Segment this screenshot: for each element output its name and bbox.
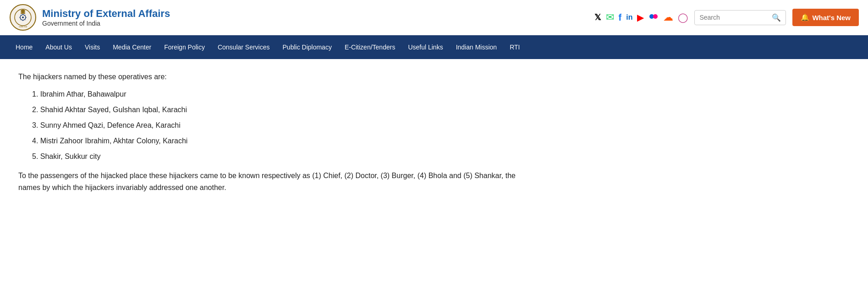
social-icons-group: 𝕏 ✉ f in ▶ ☁ ◯ — [594, 11, 688, 24]
site-title: Ministry of External Affairs — [42, 8, 170, 20]
nav-item-home[interactable]: Home — [9, 35, 39, 59]
list-item: 4. Mistri Zahoor Ibrahim, Akhtar Colony,… — [32, 137, 532, 145]
whats-new-button[interactable]: 🔔 What's New — [792, 9, 859, 26]
nav-item-foreign-policy[interactable]: Foreign Policy — [158, 35, 211, 59]
nav-item-public-diplomacy[interactable]: Public Diplomacy — [276, 35, 338, 59]
bell-icon: 🔔 — [801, 13, 809, 22]
flickr-icon[interactable] — [648, 11, 659, 24]
nav-item-indian-mission[interactable]: Indian Mission — [450, 35, 504, 59]
soundcloud-icon[interactable]: ☁ — [663, 11, 673, 23]
youtube-icon[interactable]: ▶ — [637, 12, 644, 23]
header-title-block: Ministry of External Affairs Government … — [42, 8, 170, 27]
linkedin-icon[interactable]: in — [626, 13, 632, 22]
nav-item-consular-services[interactable]: Consular Services — [211, 35, 276, 59]
whatsapp-icon[interactable]: ✉ — [606, 11, 614, 23]
nav-item-about-us[interactable]: About Us — [39, 35, 78, 59]
list-item: 2. Shahid Akhtar Sayed, Gulshan Iqbal, K… — [32, 106, 532, 114]
x-twitter-icon[interactable]: 𝕏 — [594, 12, 601, 22]
list-item: 3. Sunny Ahmed Qazi, Defence Area, Karac… — [32, 121, 532, 130]
svg-point-16 — [653, 14, 658, 19]
main-content: The hijackers named by these operatives … — [0, 59, 550, 207]
search-bar[interactable]: 🔍 — [694, 10, 786, 25]
nav-item-visits[interactable]: Visits — [78, 35, 106, 59]
list-item: 1. Ibrahim Athar, Bahawalpur — [32, 90, 532, 98]
svg-point-3 — [22, 16, 24, 18]
intro-text: The hijackers named by these operatives … — [18, 73, 532, 81]
search-icon: 🔍 — [772, 13, 781, 22]
nav-list: HomeAbout UsVisitsMedia CenterForeign Po… — [9, 35, 859, 59]
nav-item-rti[interactable]: RTI — [503, 35, 526, 59]
emblem-icon: सत्यमेव जयते — [9, 4, 37, 31]
facebook-icon[interactable]: f — [619, 12, 622, 23]
hijackers-list: 1. Ibrahim Athar, Bahawalpur2. Shahid Ak… — [32, 90, 532, 161]
main-navbar: HomeAbout UsVisitsMedia CenterForeign Po… — [0, 35, 868, 59]
header-brand: सत्यमेव जयते Ministry of External Affair… — [9, 4, 170, 31]
list-item: 5. Shakir, Sukkur city — [32, 152, 532, 161]
instagram-icon[interactable]: ◯ — [678, 12, 688, 23]
site-header: सत्यमेव जयते Ministry of External Affair… — [0, 0, 868, 35]
svg-point-12 — [21, 10, 25, 12]
closing-text: To the passengers of the hijacked place … — [18, 170, 532, 193]
search-input[interactable] — [699, 14, 772, 21]
site-subtitle: Government of India — [42, 20, 170, 27]
header-right: 𝕏 ✉ f in ▶ ☁ ◯ 🔍 🔔 What's New — [594, 9, 859, 26]
whats-new-label: What's New — [812, 14, 851, 22]
nav-item-useful-links[interactable]: Useful Links — [401, 35, 449, 59]
nav-item-media-center[interactable]: Media Center — [106, 35, 158, 59]
nav-item-e-citizen-tenders[interactable]: E-Citizen/Tenders — [338, 35, 402, 59]
svg-rect-13 — [21, 12, 25, 14]
svg-text:सत्यमेव जयते: सत्यमेव जयते — [18, 26, 27, 28]
